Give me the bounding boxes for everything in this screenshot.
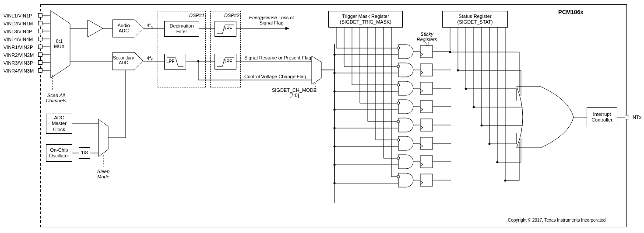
svg-rect-94 [420,156,433,168]
sigdet-ch-mode-label: SIGDET_CH_MODE [7:0] [268,87,320,98]
audio-adc-label: Audio ADC [114,23,134,33]
svg-marker-17 [285,27,289,30]
svg-rect-101 [420,174,433,186]
pin-pad [38,37,42,41]
svg-rect-66 [420,82,433,94]
svg-marker-11 [88,20,103,37]
svg-point-121 [457,70,459,72]
gate-row [333,44,451,61]
pin-label: VINR3/VIN3P [4,60,33,66]
svg-point-127 [504,180,507,182]
svg-point-120 [449,51,451,53]
pin-pad [38,60,42,65]
svg-point-64 [397,83,400,86]
intx-pad [625,115,629,119]
pin-pad [38,13,42,17]
svg-rect-80 [420,119,433,131]
copyright: Copyright © 2017, Texas Instruments Inco… [508,218,605,223]
energysense-label: Energysense Loss of Signal Flag [245,15,298,25]
pin-label: VINL4/VIN4M [4,37,33,42]
pin-label: VINR2/VIN2M [4,52,34,58]
mux-label: 8:1 MUX [52,38,67,49]
scan-all-channels-label: Scan All Channels [43,93,69,103]
svg-point-57 [397,65,400,68]
onchip-oscillator: On-Chip Oscillator [46,144,72,162]
pin-label: VINL1/VIN1P [4,13,32,18]
svg-point-126 [496,161,499,163]
pin-pad [38,52,42,57]
hpf-label-2: HPF [223,59,232,64]
svg-point-99 [397,175,400,178]
secondary-adc-label: Secondary ADC [110,56,137,65]
svg-point-92 [397,157,400,160]
control-voltage-label: Control Voltage Change Flag [244,74,306,79]
svg-rect-87 [420,137,433,150]
pin-pad [38,29,42,33]
svg-rect-59 [420,64,433,76]
svg-point-123 [473,106,475,108]
trigger-mask-register: Trigger Mask Register (SIGDET_TRIG_MASK) [328,11,403,28]
sleep-mode-label: Sleep Mode [95,169,112,179]
dsp2-label: DSP#2 [224,13,239,18]
pin-pad [38,21,42,25]
svg-rect-73 [420,101,433,113]
gate-row [333,154,451,171]
interrupt-controller: Interrupt Controller [587,107,617,127]
pin-label: VINR4/VIN3M [4,68,34,73]
pin-label: VINL3/VIN4P [4,29,32,34]
gate-row [333,99,451,116]
svg-point-122 [465,88,467,90]
svg-point-71 [397,102,400,104]
pin-pad [38,68,42,73]
dsp1-label: DSP#1 [189,13,204,18]
chip-name: PCM186x [558,9,584,15]
lpf-label: LPF [166,59,174,64]
svg-marker-133 [99,119,108,156]
gate-row [333,136,451,153]
status-register: Status Register (SIGDET_STAT) [442,11,508,28]
gate-row [333,117,451,135]
svg-point-125 [489,143,491,145]
svg-point-85 [397,139,400,141]
intx-label: INTx [631,115,641,120]
hpf-label: HPF [223,26,232,31]
gate-row [333,172,451,190]
gate-row [333,80,451,98]
pin-label: VINL2/VIN1M [4,21,33,26]
pin-label: VINR1/VIN2P [4,45,33,50]
svg-marker-27 [312,56,321,84]
svg-rect-52 [420,45,433,58]
pin-pad [38,45,42,49]
decimation-filter: Decimation Filter [164,21,199,37]
signal-resume-label: Signal Resume or Present Flag [244,55,311,60]
svg-point-78 [397,120,400,123]
svg-point-50 [397,47,400,49]
amplifier-icon [88,20,105,37]
gate-row [333,62,451,80]
svg-point-124 [481,125,483,127]
adc-master-clock: ADC Master Clock [46,114,72,134]
